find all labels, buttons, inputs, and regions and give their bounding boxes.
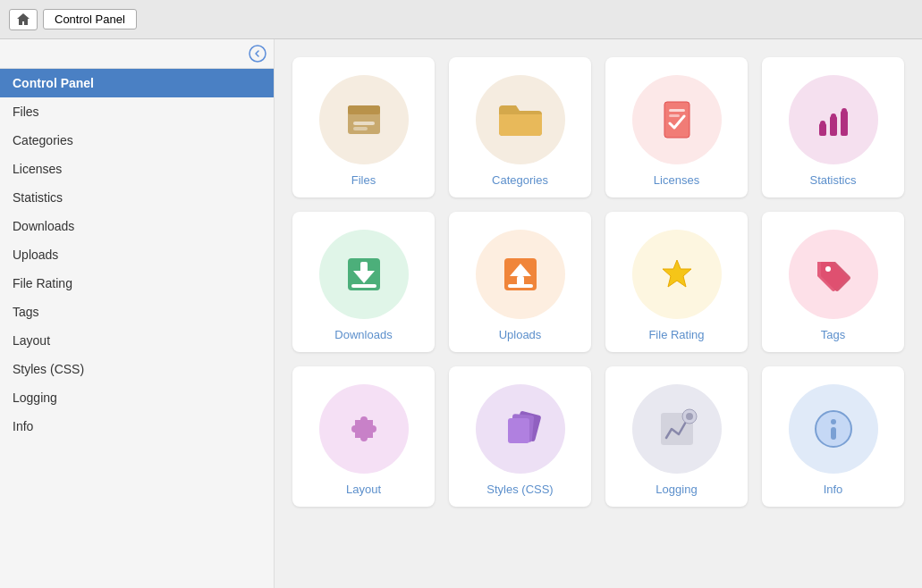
card-categories[interactable]: Categories <box>449 57 591 197</box>
statistics-label: Statistics <box>809 173 856 187</box>
svg-rect-28 <box>508 418 529 443</box>
svg-point-15 <box>842 108 847 113</box>
svg-point-13 <box>820 121 825 126</box>
sidebar-item-categories[interactable]: Categories <box>0 126 274 155</box>
svg-rect-3 <box>353 122 375 125</box>
sidebar-item-logging[interactable]: Logging <box>0 383 274 412</box>
info-label: Info <box>824 483 843 496</box>
tags-icon-circle <box>789 230 878 319</box>
svg-rect-11 <box>830 116 837 136</box>
svg-rect-19 <box>351 284 376 288</box>
card-uploads[interactable]: Uploads <box>449 212 591 352</box>
svg-point-25 <box>825 266 831 272</box>
sidebar-item-statistics[interactable]: Statistics <box>0 183 274 212</box>
logging-label: Logging <box>656 483 697 496</box>
card-filerating[interactable]: File Rating <box>605 212 748 352</box>
card-layout[interactable]: Layout <box>292 366 435 507</box>
card-tags[interactable]: Tags <box>762 212 904 352</box>
sidebar-item-licenses[interactable]: Licenses <box>0 155 274 183</box>
sidebar-collapse-button[interactable] <box>249 45 266 63</box>
statistics-icon-circle <box>789 75 878 164</box>
sidebar: Control Panel Files Categories Licenses … <box>0 39 275 588</box>
card-grid: Files Categories <box>292 57 904 507</box>
card-logging[interactable]: Logging <box>605 366 748 507</box>
filerating-label: File Rating <box>648 328 704 341</box>
svg-marker-24 <box>663 260 691 287</box>
svg-rect-4 <box>353 127 368 130</box>
sidebar-item-styles[interactable]: Styles (CSS) <box>0 355 274 383</box>
layout-icon-circle <box>319 384 409 474</box>
card-info[interactable]: Info <box>762 366 904 507</box>
licenses-icon-circle <box>632 75 722 164</box>
sidebar-item-info[interactable]: Info <box>0 412 274 441</box>
files-label: Files <box>351 173 376 187</box>
sidebar-header <box>0 39 274 69</box>
svg-rect-18 <box>360 262 368 274</box>
sidebar-item-downloads[interactable]: Downloads <box>0 212 274 240</box>
main-layout: Control Panel Files Categories Licenses … <box>0 39 922 588</box>
home-button[interactable] <box>9 9 38 30</box>
content-area: Files Categories <box>275 39 922 588</box>
styles-icon-circle <box>476 384 565 474</box>
categories-label: Categories <box>492 173 548 187</box>
files-icon-circle <box>319 75 409 164</box>
logging-icon-circle <box>632 384 722 474</box>
uploads-label: Uploads <box>499 328 542 341</box>
svg-point-31 <box>686 413 693 420</box>
licenses-label: Licenses <box>654 173 699 187</box>
sidebar-item-files[interactable]: Files <box>0 97 274 126</box>
card-files[interactable]: Files <box>292 57 435 197</box>
svg-point-0 <box>250 46 266 62</box>
svg-rect-12 <box>841 111 848 136</box>
sidebar-item-layout[interactable]: Layout <box>0 326 274 355</box>
sidebar-item-uploads[interactable]: Uploads <box>0 240 274 269</box>
svg-rect-9 <box>669 114 680 117</box>
svg-point-14 <box>831 113 836 119</box>
card-styles[interactable]: Styles (CSS) <box>449 366 591 507</box>
layout-label: Layout <box>346 483 381 496</box>
downloads-label: Downloads <box>334 328 392 341</box>
sidebar-active-item[interactable]: Control Panel <box>0 69 274 97</box>
sidebar-item-tags[interactable]: Tags <box>0 298 274 326</box>
svg-rect-23 <box>508 284 533 288</box>
tags-label: Tags <box>821 328 845 341</box>
control-panel-breadcrumb[interactable]: Control Panel <box>43 9 137 29</box>
svg-point-33 <box>831 419 836 424</box>
card-statistics[interactable]: Statistics <box>762 57 904 197</box>
svg-rect-34 <box>831 427 836 440</box>
sidebar-item-filerating[interactable]: File Rating <box>0 269 274 298</box>
svg-rect-5 <box>348 111 380 114</box>
uploads-icon-circle <box>476 230 565 319</box>
categories-icon-circle <box>476 75 565 164</box>
card-licenses[interactable]: Licenses <box>605 57 748 197</box>
card-downloads[interactable]: Downloads <box>292 212 435 352</box>
svg-rect-8 <box>669 109 685 112</box>
svg-rect-6 <box>664 102 689 138</box>
info-icon-circle <box>789 384 878 474</box>
top-bar: Control Panel <box>0 0 922 39</box>
styles-label: Styles (CSS) <box>486 483 553 496</box>
filerating-icon-circle <box>632 230 722 319</box>
downloads-icon-circle <box>319 230 409 319</box>
